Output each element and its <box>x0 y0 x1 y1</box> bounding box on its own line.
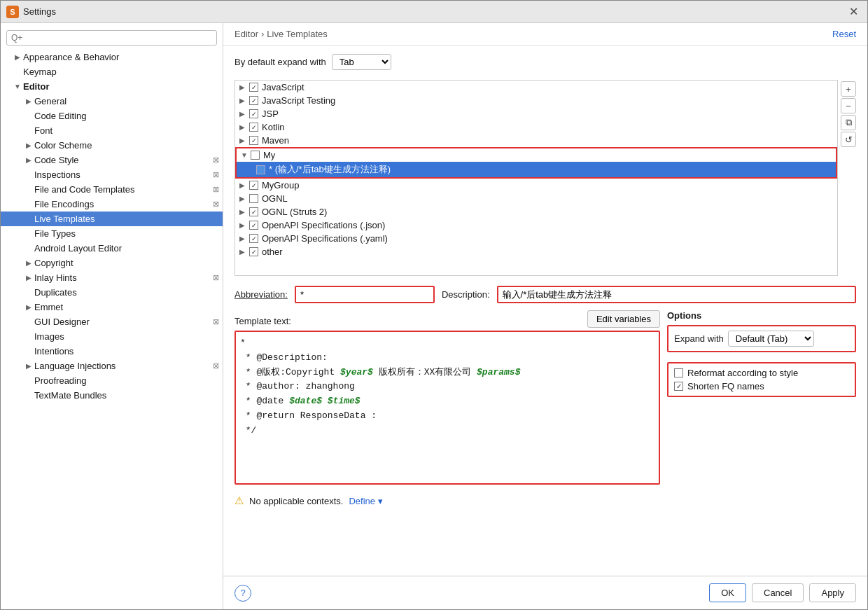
description-label: Description: <box>442 289 490 300</box>
abbreviation-input[interactable] <box>295 286 435 303</box>
sidebar-item-label: File and Code Templates <box>34 184 209 195</box>
sidebar-item-label: Font <box>34 125 223 136</box>
item-checkbox[interactable] <box>249 123 262 132</box>
sidebar-item-editor[interactable]: ▼ Editor <box>1 79 223 94</box>
sidebar-item-inspections[interactable]: Inspections ⊠ <box>1 167 223 182</box>
sidebar-item-duplicates[interactable]: Duplicates <box>1 285 223 300</box>
settings-icon: ⊠ <box>209 317 223 326</box>
sidebar-item-file-encodings[interactable]: File Encodings ⊠ <box>1 197 223 212</box>
item-checkbox[interactable] <box>256 165 269 174</box>
define-link[interactable]: Define ▾ <box>349 496 382 506</box>
list-item[interactable]: ▶ OpenAPI Specifications (.yaml) <box>235 232 837 245</box>
reformat-checkbox[interactable] <box>674 368 683 377</box>
expand-arrow-icon: ▶ <box>239 123 249 131</box>
list-item[interactable]: ▶ OpenAPI Specifications (.json) <box>235 219 837 232</box>
template-textarea[interactable]: * * @Description: * @版权:Copyright $year$… <box>234 331 660 485</box>
list-item[interactable]: ▶ JavaScript Testing <box>235 94 837 107</box>
item-label: JavaScript Testing <box>262 95 833 106</box>
expand-with-label: By default expand with <box>234 57 326 67</box>
sidebar-item-android-layout-editor[interactable]: Android Layout Editor <box>1 241 223 256</box>
sidebar-item-label: TextMate Bundles <box>34 390 223 401</box>
sidebar-item-code-style[interactable]: ▶ Code Style ⊠ <box>1 153 223 167</box>
sidebar-item-label: Keymap <box>23 67 223 77</box>
add-button[interactable]: + <box>841 81 856 97</box>
shorten-row: Shorten FQ names <box>674 381 849 391</box>
list-item[interactable]: ▶ Maven <box>235 134 837 147</box>
item-checkbox[interactable] <box>249 96 262 105</box>
sidebar-item-appearance[interactable]: ▶ Appearance & Behavior <box>1 50 223 64</box>
item-checkbox[interactable] <box>249 207 262 216</box>
checkbox <box>249 123 258 132</box>
list-item[interactable]: ▶ other <box>235 245 837 258</box>
expand-arrow-icon: ▶ <box>239 195 249 202</box>
expand-arrow-icon: ▶ <box>239 208 249 216</box>
sidebar-item-color-scheme[interactable]: ▶ Color Scheme <box>1 138 223 153</box>
list-item-my[interactable]: ▼ My <box>235 147 837 162</box>
sidebar-item-language-injections[interactable]: ▶ Language Injections ⊠ <box>1 359 223 373</box>
options-expand-select[interactable]: Default (Tab) Tab Enter Space <box>728 331 814 347</box>
sidebar-item-proofreading[interactable]: Proofreading <box>1 373 223 388</box>
arrow-icon: ▶ <box>23 97 34 105</box>
sidebar-item-file-types[interactable]: File Types <box>1 226 223 241</box>
sidebar-item-code-editing[interactable]: Code Editing <box>1 109 223 123</box>
search-input[interactable] <box>6 30 217 46</box>
item-checkbox[interactable] <box>249 109 262 118</box>
item-checkbox[interactable] <box>251 151 263 160</box>
reset-button[interactable]: Reset <box>832 29 856 39</box>
sidebar-item-file-code-templates[interactable]: File and Code Templates ⊠ <box>1 182 223 197</box>
restore-button[interactable]: ↺ <box>841 132 856 147</box>
abbr-desc-row: Abbreviation: Description: <box>234 286 856 303</box>
cancel-button[interactable]: Cancel <box>752 583 804 602</box>
sidebar-item-live-templates[interactable]: Live Templates <box>1 212 223 226</box>
sidebar-item-copyright[interactable]: ▶ Copyright <box>1 256 223 270</box>
description-input[interactable] <box>497 286 856 303</box>
list-item[interactable]: ▶ Kotlin <box>235 120 837 134</box>
sidebar-item-label: Inspections <box>34 169 209 180</box>
sidebar-item-label: Emmet <box>34 302 223 312</box>
expand-with-select[interactable]: Tab Enter Space <box>332 54 391 70</box>
item-checkbox[interactable] <box>249 247 262 256</box>
sidebar-item-label: Images <box>34 331 223 342</box>
item-checkbox[interactable] <box>249 136 262 145</box>
bottom-bar: ? OK Cancel Apply <box>223 576 867 609</box>
item-checkbox[interactable] <box>249 194 262 203</box>
sidebar-item-inlay-hints[interactable]: ▶ Inlay Hints ⊠ <box>1 270 223 285</box>
arrow-icon: ▶ <box>12 53 23 61</box>
item-checkbox[interactable] <box>249 83 262 92</box>
copy-button[interactable]: ⧉ <box>841 115 856 130</box>
expand-arrow-icon: ▶ <box>239 235 249 242</box>
list-item[interactable]: ▶ JSP <box>235 107 837 120</box>
item-checkbox[interactable] <box>249 234 262 243</box>
list-item-my-template[interactable]: * (输入/*后tab键生成方法注释) <box>235 162 837 179</box>
item-checkbox[interactable] <box>249 221 262 230</box>
help-button[interactable]: ? <box>234 585 251 602</box>
ok-button[interactable]: OK <box>709 583 746 602</box>
sidebar-item-font[interactable]: Font <box>1 123 223 138</box>
breadcrumb-sep: › <box>261 29 264 39</box>
settings-icon: ⊠ <box>209 273 223 282</box>
list-item[interactable]: ▶ MyGroup <box>235 179 837 192</box>
sidebar-item-intentions[interactable]: Intentions <box>1 344 223 359</box>
apply-button[interactable]: Apply <box>809 583 856 602</box>
sidebar-item-textmate-bundles[interactable]: TextMate Bundles <box>1 388 223 403</box>
list-item[interactable]: ▶ JavaScript <box>235 81 837 94</box>
arrow-icon: ▶ <box>23 274 34 282</box>
sidebar-item-general[interactable]: ▶ General <box>1 94 223 109</box>
sidebar-item-images[interactable]: Images <box>1 329 223 344</box>
close-button[interactable]: ✕ <box>845 4 862 20</box>
checkbox <box>249 109 258 118</box>
options-title: Options <box>667 310 856 321</box>
list-item[interactable]: ▶ OGNL (Struts 2) <box>235 205 837 219</box>
item-label: OpenAPI Specifications (.json) <box>262 220 833 230</box>
item-checkbox[interactable] <box>249 181 262 190</box>
remove-button[interactable]: − <box>841 98 856 113</box>
options-checkboxes: Reformat according to style Shorten FQ n… <box>667 362 856 397</box>
shorten-checkbox[interactable] <box>674 382 683 391</box>
edit-variables-button[interactable]: Edit variables <box>587 310 660 328</box>
abbreviation-label: Abbreviation: <box>234 289 288 300</box>
sidebar-item-gui-designer[interactable]: GUI Designer ⊠ <box>1 314 223 329</box>
sidebar-item-emmet[interactable]: ▶ Emmet <box>1 300 223 314</box>
sidebar-item-keymap[interactable]: Keymap <box>1 64 223 79</box>
list-item[interactable]: ▶ OGNL <box>235 192 837 205</box>
window-title: Settings <box>23 6 845 17</box>
